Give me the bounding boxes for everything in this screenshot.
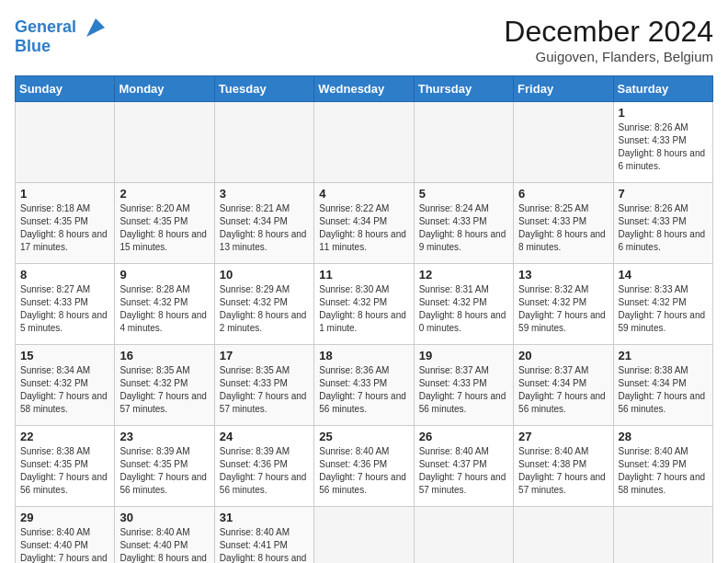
day-info: Sunrise: 8:40 AMSunset: 4:40 PMDaylight:…: [20, 526, 109, 563]
calendar-cell: 30 Sunrise: 8:40 AMSunset: 4:40 PMDaylig…: [115, 507, 214, 564]
title-block: December 2024 Guigoven, Flanders, Belgiu…: [504, 15, 713, 64]
logo-icon: [83, 15, 108, 40]
day-info: Sunrise: 8:18 AMSunset: 4:35 PMDaylight:…: [20, 202, 109, 254]
calendar-cell: 2 Sunrise: 8:20 AMSunset: 4:35 PMDayligh…: [115, 183, 214, 264]
calendar-cell: 9 Sunrise: 8:28 AMSunset: 4:32 PMDayligh…: [115, 264, 214, 345]
day-number: 13: [518, 268, 608, 282]
calendar-cell: 17 Sunrise: 8:35 AMSunset: 4:33 PMDaylig…: [214, 345, 313, 426]
calendar-cell: 23 Sunrise: 8:39 AMSunset: 4:35 PMDaylig…: [115, 426, 214, 507]
day-number: 8: [20, 268, 109, 282]
calendar-cell: 31 Sunrise: 8:40 AMSunset: 4:41 PMDaylig…: [214, 507, 313, 564]
calendar-cell: 5 Sunrise: 8:24 AMSunset: 4:33 PMDayligh…: [414, 183, 513, 264]
day-info: Sunrise: 8:26 AMSunset: 4:33 PMDaylight:…: [619, 121, 708, 173]
weekday-header-sunday: Sunday: [16, 76, 115, 102]
month-title: December 2024: [504, 15, 713, 49]
day-info: Sunrise: 8:30 AMSunset: 4:32 PMDaylight:…: [319, 283, 408, 335]
calendar-cell: 1 Sunrise: 8:18 AMSunset: 4:35 PMDayligh…: [16, 183, 115, 264]
day-info: Sunrise: 8:25 AMSunset: 4:33 PMDaylight:…: [518, 202, 608, 254]
calendar-cell: 14 Sunrise: 8:33 AMSunset: 4:32 PMDaylig…: [613, 264, 712, 345]
calendar-cell: [16, 102, 115, 183]
day-number: 25: [319, 430, 408, 443]
calendar-week-row: 8 Sunrise: 8:27 AMSunset: 4:33 PMDayligh…: [16, 264, 713, 345]
day-number: 2: [119, 187, 209, 201]
day-info: Sunrise: 8:40 AMSunset: 4:36 PMDaylight:…: [319, 445, 408, 497]
day-info: Sunrise: 8:32 AMSunset: 4:32 PMDaylight:…: [518, 283, 608, 335]
day-number: 1: [619, 106, 708, 120]
day-info: Sunrise: 8:33 AMSunset: 4:32 PMDaylight:…: [619, 283, 708, 335]
weekday-header-friday: Friday: [514, 76, 613, 102]
calendar-cell: [314, 507, 414, 564]
day-number: 30: [119, 511, 209, 524]
day-number: 14: [619, 268, 708, 282]
calendar-cell: 10 Sunrise: 8:29 AMSunset: 4:32 PMDaylig…: [214, 264, 313, 345]
svg-marker-0: [86, 18, 105, 37]
calendar-cell: 1 Sunrise: 8:26 AMSunset: 4:33 PMDayligh…: [613, 102, 712, 183]
day-info: Sunrise: 8:24 AMSunset: 4:33 PMDaylight:…: [419, 202, 508, 254]
calendar-cell: 21 Sunrise: 8:38 AMSunset: 4:34 PMDaylig…: [613, 345, 712, 426]
day-number: 18: [319, 349, 408, 362]
day-number: 31: [220, 511, 309, 524]
weekday-header-saturday: Saturday: [613, 76, 712, 102]
day-number: 4: [319, 187, 408, 201]
calendar-week-row: 15 Sunrise: 8:34 AMSunset: 4:32 PMDaylig…: [16, 345, 713, 426]
calendar-cell: 13 Sunrise: 8:32 AMSunset: 4:32 PMDaylig…: [514, 264, 613, 345]
calendar-cell: 24 Sunrise: 8:39 AMSunset: 4:36 PMDaylig…: [214, 426, 313, 507]
calendar-cell: [214, 102, 313, 183]
calendar-week-row: 29 Sunrise: 8:40 AMSunset: 4:40 PMDaylig…: [16, 507, 713, 564]
day-info: Sunrise: 8:35 AMSunset: 4:33 PMDaylight:…: [220, 364, 309, 416]
calendar-cell: [414, 102, 513, 183]
calendar-week-row: 1 Sunrise: 8:26 AMSunset: 4:33 PMDayligh…: [16, 102, 713, 183]
day-info: Sunrise: 8:26 AMSunset: 4:33 PMDaylight:…: [619, 202, 708, 254]
calendar-cell: 29 Sunrise: 8:40 AMSunset: 4:40 PMDaylig…: [16, 507, 115, 564]
day-info: Sunrise: 8:39 AMSunset: 4:35 PMDaylight:…: [119, 445, 209, 497]
weekday-header-wednesday: Wednesday: [314, 76, 414, 102]
day-info: Sunrise: 8:37 AMSunset: 4:33 PMDaylight:…: [419, 364, 508, 416]
weekday-header-thursday: Thursday: [414, 76, 513, 102]
calendar-cell: 16 Sunrise: 8:35 AMSunset: 4:32 PMDaylig…: [115, 345, 214, 426]
day-number: 6: [518, 187, 608, 201]
calendar-cell: 8 Sunrise: 8:27 AMSunset: 4:33 PMDayligh…: [16, 264, 115, 345]
day-info: Sunrise: 8:37 AMSunset: 4:34 PMDaylight:…: [518, 364, 608, 416]
calendar-cell: 20 Sunrise: 8:37 AMSunset: 4:34 PMDaylig…: [514, 345, 613, 426]
day-number: 3: [220, 187, 309, 201]
day-number: 12: [419, 268, 508, 282]
calendar-cell: 18 Sunrise: 8:36 AMSunset: 4:33 PMDaylig…: [314, 345, 414, 426]
day-info: Sunrise: 8:20 AMSunset: 4:35 PMDaylight:…: [119, 202, 209, 254]
calendar-cell: [613, 507, 712, 564]
calendar-table: SundayMondayTuesdayWednesdayThursdayFrid…: [15, 75, 713, 563]
day-number: 17: [220, 349, 309, 362]
calendar-cell: 19 Sunrise: 8:37 AMSunset: 4:33 PMDaylig…: [414, 345, 513, 426]
calendar-cell: 12 Sunrise: 8:31 AMSunset: 4:32 PMDaylig…: [414, 264, 513, 345]
calendar-cell: [115, 102, 214, 183]
calendar-cell: 7 Sunrise: 8:26 AMSunset: 4:33 PMDayligh…: [613, 183, 712, 264]
calendar-cell: 4 Sunrise: 8:22 AMSunset: 4:34 PMDayligh…: [314, 183, 414, 264]
day-number: 15: [20, 349, 109, 362]
day-number: 5: [419, 187, 508, 201]
day-info: Sunrise: 8:34 AMSunset: 4:32 PMDaylight:…: [20, 364, 109, 416]
calendar-cell: 27 Sunrise: 8:40 AMSunset: 4:38 PMDaylig…: [514, 426, 613, 507]
calendar-cell: 22 Sunrise: 8:38 AMSunset: 4:35 PMDaylig…: [16, 426, 115, 507]
day-info: Sunrise: 8:35 AMSunset: 4:32 PMDaylight:…: [119, 364, 209, 416]
calendar-cell: 15 Sunrise: 8:34 AMSunset: 4:32 PMDaylig…: [16, 345, 115, 426]
day-info: Sunrise: 8:29 AMSunset: 4:32 PMDaylight:…: [220, 283, 309, 335]
day-info: Sunrise: 8:38 AMSunset: 4:34 PMDaylight:…: [619, 364, 708, 416]
day-number: 21: [619, 349, 708, 362]
day-info: Sunrise: 8:36 AMSunset: 4:33 PMDaylight:…: [319, 364, 408, 416]
day-info: Sunrise: 8:39 AMSunset: 4:36 PMDaylight:…: [220, 445, 309, 497]
calendar-cell: 25 Sunrise: 8:40 AMSunset: 4:36 PMDaylig…: [314, 426, 414, 507]
weekday-header-monday: Monday: [115, 76, 214, 102]
calendar-cell: [514, 102, 613, 183]
location: Guigoven, Flanders, Belgium: [504, 49, 713, 64]
day-info: Sunrise: 8:40 AMSunset: 4:39 PMDaylight:…: [619, 445, 708, 497]
day-info: Sunrise: 8:31 AMSunset: 4:32 PMDaylight:…: [419, 283, 508, 335]
day-number: 28: [619, 430, 708, 443]
day-info: Sunrise: 8:21 AMSunset: 4:34 PMDaylight:…: [220, 202, 309, 254]
calendar-week-row: 1 Sunrise: 8:18 AMSunset: 4:35 PMDayligh…: [16, 183, 713, 264]
weekday-header-row: SundayMondayTuesdayWednesdayThursdayFrid…: [16, 76, 713, 102]
calendar-cell: 3 Sunrise: 8:21 AMSunset: 4:34 PMDayligh…: [214, 183, 313, 264]
day-info: Sunrise: 8:40 AMSunset: 4:40 PMDaylight:…: [119, 526, 209, 563]
day-number: 16: [119, 349, 209, 362]
day-info: Sunrise: 8:40 AMSunset: 4:37 PMDaylight:…: [419, 445, 508, 497]
calendar-cell: 26 Sunrise: 8:40 AMSunset: 4:37 PMDaylig…: [414, 426, 513, 507]
day-info: Sunrise: 8:40 AMSunset: 4:38 PMDaylight:…: [518, 445, 608, 497]
